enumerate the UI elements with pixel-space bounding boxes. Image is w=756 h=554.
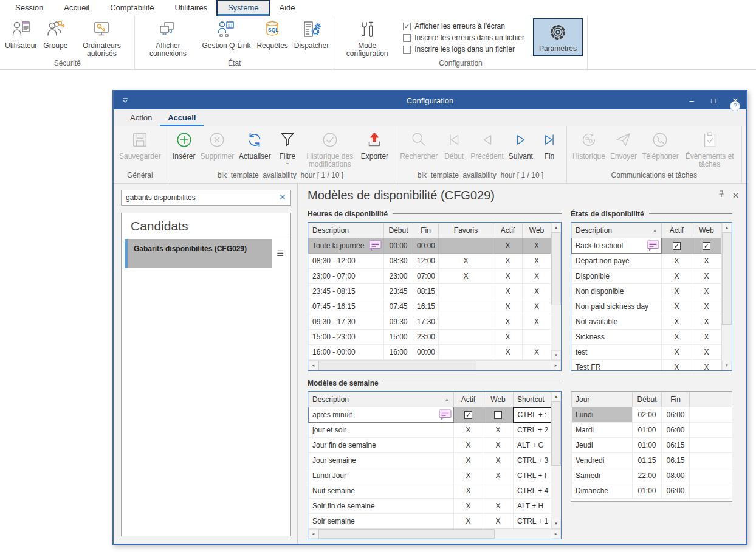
grid-cell[interactable]: 16:00 - 00:00 — [309, 345, 384, 360]
grid-cell[interactable]: CTRL + I — [514, 468, 551, 483]
grid-cell[interactable]: X — [483, 438, 514, 453]
grid-cell[interactable]: X — [454, 468, 483, 483]
scroll-down-icon[interactable]: ▾ — [722, 361, 732, 370]
grid-cell[interactable]: Dimanche — [572, 483, 633, 499]
grid-cell[interactable]: X — [662, 360, 692, 371]
horizontal-scrollbar[interactable]: ◂▸ — [308, 528, 561, 539]
titlebar[interactable]: Configuration – □ ✕ — [114, 91, 746, 109]
maximize-button[interactable]: □ — [703, 91, 724, 109]
grid-cell[interactable] — [483, 407, 514, 423]
grid-cell[interactable]: X — [493, 284, 523, 299]
toolbar-button-fin[interactable]: Fin — [535, 131, 563, 161]
checkbox-inscrire-les-erreurs-dans-un-fichier[interactable]: Inscrire les erreurs dans un fichier — [403, 33, 524, 42]
grid-cell[interactable]: 07:45 - 16:15 — [309, 299, 384, 314]
grid-cell[interactable]: 01:15 — [633, 453, 662, 468]
grid-cell[interactable]: Jour semaine — [309, 453, 454, 468]
grid-cell[interactable] — [483, 483, 514, 499]
grid-cell[interactable]: CTRL + 4 ( — [514, 483, 551, 499]
ribbon-button-afficher-connexions[interactable]: Afficher connexions — [137, 18, 199, 58]
grid-cell[interactable]: X — [483, 514, 514, 529]
ribbon-tab-aide[interactable]: Aide — [269, 1, 305, 16]
grid-cell[interactable] — [439, 345, 493, 360]
grid-cell[interactable]: 09:30 - 17:30 — [309, 314, 384, 330]
menu-tab-accueil[interactable]: Accueil — [160, 111, 204, 126]
grid-cell[interactable]: 06:00 — [662, 483, 690, 499]
hamburger-menu-icon[interactable]: ☰ — [272, 239, 288, 258]
grid-cell[interactable]: X — [483, 453, 514, 468]
column-header-empty[interactable] — [690, 392, 732, 407]
grid-cell[interactable]: Lundi — [572, 407, 633, 423]
grid-cell[interactable] — [439, 238, 493, 254]
grid-cell[interactable]: 01:00 — [633, 438, 662, 453]
grid-cell[interactable]: X — [523, 254, 551, 269]
scroll-up-icon[interactable]: ▴ — [551, 392, 561, 401]
ribbon-button-groupe[interactable]: Groupe — [40, 18, 70, 50]
grid-cell[interactable]: 07:45 — [384, 299, 413, 314]
grid-cell[interactable]: Mardi — [572, 423, 633, 438]
column-header-actif[interactable]: Actif — [493, 223, 523, 238]
grid-cell[interactable]: 06:00 — [662, 423, 690, 438]
column-header-debut[interactable]: Début — [633, 392, 662, 407]
grid-cell[interactable]: 08:30 - 12:00 — [309, 254, 384, 269]
comment-icon[interactable] — [439, 409, 452, 422]
column-header-shortcut[interactable]: Shortcut — [514, 392, 551, 407]
vertical-scrollbar[interactable]: ▴▾ — [721, 223, 732, 370]
ribbon-button-gestion-q-link[interactable]: inGestion Q-Link — [199, 18, 253, 50]
grid-cell[interactable]: CTRL + 2 ( — [514, 423, 551, 438]
grid-cell[interactable]: CTRL + 1 ( — [514, 514, 551, 529]
grid-cell[interactable]: 09:30 — [384, 314, 413, 330]
grid-cell[interactable]: 00:00 — [413, 238, 439, 254]
grid-cell[interactable]: X — [692, 284, 721, 299]
scrollbar-thumb[interactable] — [318, 529, 495, 539]
column-header-actif[interactable]: Actif — [662, 223, 692, 238]
grid-cell[interactable]: 00:00 — [384, 238, 413, 254]
minimize-button[interactable]: – — [681, 91, 703, 109]
grid-cell[interactable]: X — [454, 483, 483, 499]
grid-cell[interactable]: Jeudi — [572, 438, 633, 453]
scrollbar-thumb[interactable] — [551, 232, 561, 305]
grid-cell[interactable]: X — [454, 453, 483, 468]
grid-cell[interactable]: 08:15 — [413, 284, 439, 299]
grid-cell[interactable]: Back to school — [572, 238, 662, 254]
grid-cell[interactable]: 23:00 - 07:00 — [309, 269, 384, 284]
grid-cell[interactable]: 08:30 — [384, 254, 413, 269]
grid-cell[interactable]: Samedi — [572, 468, 633, 483]
column-header-fin[interactable]: Fin — [662, 392, 690, 407]
scroll-right-icon[interactable]: ▸ — [551, 361, 561, 370]
grid-cell[interactable]: Nuit semaine — [309, 483, 454, 499]
grid-cell[interactable]: X — [454, 438, 483, 453]
grid-cell[interactable]: X — [692, 314, 721, 330]
grid-cell[interactable]: Test FR — [572, 360, 662, 371]
grid-cell[interactable]: X — [493, 345, 523, 360]
ribbon-tab-session[interactable]: Session — [5, 1, 53, 16]
grid-cell[interactable]: 08:00 — [662, 468, 690, 483]
grid-cell[interactable]: 15:00 — [384, 330, 413, 345]
column-header-description[interactable]: Description — [309, 223, 384, 238]
grid-cell[interactable]: 01:00 — [633, 423, 662, 438]
grid-cell[interactable]: CTRL + : — [514, 407, 551, 423]
grid-cell[interactable]: X — [439, 254, 493, 269]
ribbon-button-parametres[interactable]: Paramètres — [534, 19, 582, 55]
ribbon-button-requetes[interactable]: SQLRequêtes — [253, 18, 290, 50]
grid-cell[interactable]: X — [439, 269, 493, 284]
scroll-left-icon[interactable]: ◂ — [308, 529, 318, 539]
column-header-description[interactable]: Description▲ — [572, 223, 662, 238]
grid-cell[interactable]: X — [692, 345, 721, 360]
vertical-scrollbar[interactable]: ▴▾ — [551, 223, 561, 360]
grid-cell[interactable] — [439, 314, 493, 330]
comment-icon[interactable] — [369, 240, 382, 253]
grid-cell[interactable]: X — [523, 269, 551, 284]
grid-cell[interactable]: X — [493, 238, 523, 254]
grid-cell[interactable]: X — [483, 423, 514, 438]
grid-cell[interactable]: X — [523, 345, 551, 360]
grid-checkbox-unchecked[interactable] — [494, 411, 502, 419]
grid-cell[interactable]: 22:00 — [633, 468, 662, 483]
grid-cell[interactable]: X — [662, 254, 692, 269]
column-header-web[interactable]: Web — [523, 223, 551, 238]
grid-cell[interactable] — [690, 468, 732, 483]
grid-cell[interactable]: X — [454, 499, 483, 514]
ribbon-button-utilisateur[interactable]: Utilisateur — [2, 18, 40, 50]
grid-cell[interactable]: test — [572, 345, 662, 360]
grid-cell[interactable]: 23:00 — [413, 330, 439, 345]
grid-cell[interactable]: Départ non payé — [572, 254, 662, 269]
